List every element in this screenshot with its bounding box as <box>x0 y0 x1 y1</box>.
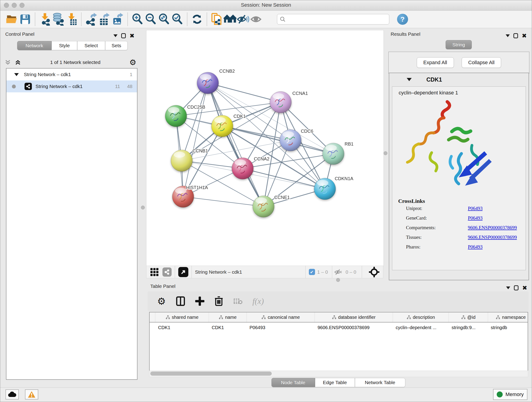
crosslink-pharos[interactable]: P06493 <box>468 244 482 250</box>
tab-sets[interactable]: Sets <box>105 41 128 50</box>
export-image-button[interactable] <box>111 12 124 26</box>
column-header[interactable]: name <box>209 313 247 322</box>
tab-select[interactable]: Select <box>77 41 105 50</box>
maximize-window-icon[interactable] <box>19 3 25 8</box>
first-neighbors-button[interactable] <box>223 12 237 26</box>
zoom-fit-button[interactable] <box>157 12 171 26</box>
panel-undock-icon[interactable] <box>121 33 126 38</box>
help-button[interactable]: ? <box>397 14 408 25</box>
column-header[interactable]: namespace <box>488 313 528 322</box>
network-node[interactable] <box>280 129 301 151</box>
tab-network-table[interactable]: Network Table <box>355 378 405 387</box>
column-header[interactable]: description <box>393 313 449 322</box>
table-row[interactable]: CDK1CDK1P064939606.ENSP00000378699cyclin… <box>150 322 528 332</box>
zoom-in-button[interactable] <box>131 12 144 26</box>
search-input[interactable] <box>277 14 389 25</box>
import-network-database-button[interactable] <box>51 12 65 26</box>
panel-close-icon[interactable]: ✖ <box>522 285 527 290</box>
minimize-window-icon[interactable] <box>12 3 17 8</box>
show-columns-icon[interactable] <box>176 296 185 306</box>
panel-float-icon[interactable] <box>506 287 510 289</box>
zoom-selected-button[interactable] <box>171 12 184 26</box>
grid-view-icon[interactable] <box>150 268 159 276</box>
import-network-file-button[interactable] <box>38 12 51 26</box>
panel-undock-icon[interactable] <box>513 33 518 38</box>
memory-button[interactable]: Memory <box>493 389 527 400</box>
network-node[interactable] <box>211 115 233 137</box>
table-cell[interactable]: cyclin–dependent ... <box>393 322 449 332</box>
tab-string[interactable]: String <box>446 40 472 49</box>
panel-close-icon[interactable]: ✖ <box>129 33 134 38</box>
collapse-all-icon[interactable] <box>4 59 11 66</box>
table-cell[interactable]: stringdb:9... <box>449 322 488 332</box>
gene-card-header[interactable]: CDK1 <box>389 73 529 86</box>
network-node[interactable] <box>314 178 336 200</box>
add-column-icon[interactable] <box>195 297 204 306</box>
network-row[interactable]: String Network – cdk1 11 48 <box>6 80 137 92</box>
hide-selected-button[interactable] <box>237 12 250 26</box>
export-network-button[interactable] <box>85 12 98 26</box>
fit-selected-crosshair-icon[interactable] <box>369 267 380 277</box>
collapse-all-button[interactable]: Collapse All <box>462 57 501 68</box>
horizontal-splitter-handle[interactable] <box>336 278 340 282</box>
warning-status-button[interactable] <box>25 389 38 400</box>
table-options-gear-icon[interactable]: ⚙ <box>157 296 166 307</box>
birdseye-view-icon[interactable] <box>178 267 188 277</box>
show-all-button[interactable] <box>250 12 263 26</box>
tab-style[interactable]: Style <box>51 41 77 50</box>
delete-column-icon[interactable] <box>215 296 223 306</box>
table-cell[interactable]: 9606.ENSP00000378699 <box>315 322 393 332</box>
import-table-button[interactable] <box>65 12 78 26</box>
expand-all-icon[interactable] <box>14 59 21 66</box>
network-canvas[interactable]: CCNB2CCNA1CDC25BCDK1CDC6RB1CCNB1CCNA2CDK… <box>146 30 384 266</box>
network-node[interactable] <box>270 91 291 113</box>
crosslink-tissues[interactable]: 9606.ENSP00000378699 <box>468 235 517 240</box>
tree-expander-icon[interactable] <box>14 73 19 76</box>
network-node[interactable] <box>197 72 219 94</box>
network-edge[interactable] <box>183 83 208 197</box>
tab-node-table[interactable]: Node Table <box>272 378 315 387</box>
column-header[interactable]: shared name <box>155 313 209 322</box>
apply-layout-button[interactable] <box>190 12 204 26</box>
right-splitter-handle[interactable] <box>384 151 387 155</box>
column-header[interactable]: database identifier <box>315 313 393 322</box>
table-cell[interactable]: P06493 <box>247 322 315 332</box>
column-header[interactable]: canonical name <box>247 313 315 322</box>
left-splitter-handle[interactable] <box>141 206 145 210</box>
network-edge[interactable] <box>208 83 264 206</box>
collapse-gene-icon[interactable] <box>407 78 412 81</box>
network-collection-row[interactable]: String Network – cdk1 1 <box>6 69 137 80</box>
crosslink-uniprot[interactable]: P06493 <box>468 206 482 211</box>
panel-float-icon[interactable] <box>114 34 118 37</box>
panel-float-icon[interactable] <box>506 34 510 37</box>
network-edge[interactable] <box>182 161 325 189</box>
window-controls[interactable] <box>4 3 25 8</box>
crosslink-genecard[interactable]: P06493 <box>468 215 482 221</box>
network-options-gear-icon[interactable]: ⚙ <box>129 58 136 67</box>
network-share-icon[interactable] <box>162 268 172 277</box>
table-cell[interactable]: CDK1 <box>209 322 247 332</box>
save-session-button[interactable] <box>19 12 32 26</box>
table-cell[interactable]: CDK1 <box>155 322 209 332</box>
panel-close-icon[interactable]: ✖ <box>522 33 527 38</box>
expand-all-button[interactable]: Expand All <box>417 57 454 68</box>
network-graph[interactable]: CCNB2CCNA1CDC25BCDK1CDC6RB1CCNB1CCNA2CDK… <box>146 30 383 265</box>
crosslink-compartments[interactable]: 9606.ENSP00000378699 <box>468 225 517 230</box>
network-edge[interactable] <box>183 197 264 206</box>
network-node[interactable] <box>323 143 344 165</box>
network-node[interactable] <box>165 105 187 127</box>
network-node[interactable] <box>232 158 253 179</box>
panel-undock-icon[interactable] <box>514 285 519 290</box>
tab-edge-table[interactable]: Edge Table <box>315 378 355 387</box>
network-node[interactable] <box>171 150 192 172</box>
tab-network[interactable]: Network <box>17 41 51 50</box>
clone-network-button[interactable] <box>210 12 223 26</box>
column-header[interactable]: @id <box>449 313 488 322</box>
selected-checkbox-icon[interactable]: ✔ <box>309 269 315 275</box>
cloud-status-button[interactable] <box>6 389 19 400</box>
table-cell[interactable]: stringdb <box>488 322 528 332</box>
network-node[interactable] <box>253 196 274 217</box>
close-window-icon[interactable] <box>4 3 9 8</box>
zoom-out-button[interactable] <box>144 12 157 26</box>
open-session-button[interactable] <box>5 12 19 26</box>
